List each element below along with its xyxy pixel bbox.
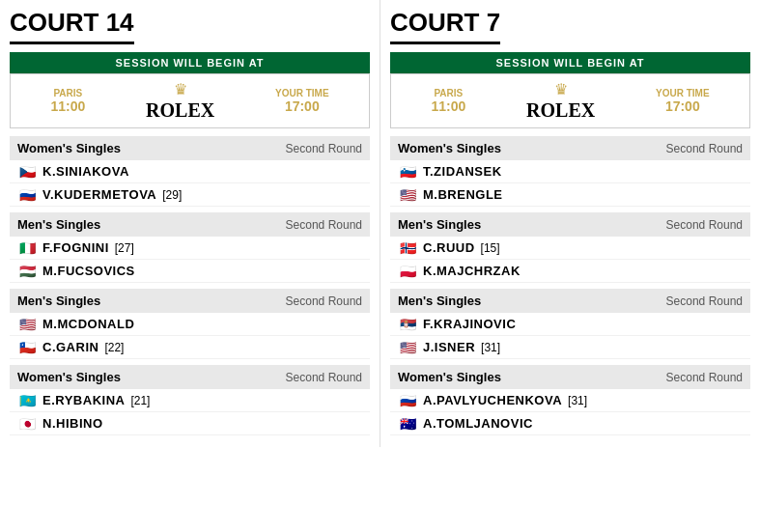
match-group: Men's SinglesSecond Round🇺🇸M.MCDONALD🇨🇱C… [10, 289, 370, 359]
player-name: C.GARIN [42, 340, 99, 354]
rolex-logo: ♛ROLEX [146, 80, 214, 122]
player-row: 🇺🇸J.ISNER[31] [390, 336, 750, 359]
court-14: COURT 14SESSION WILL BEGIN ATPARIS11:00♛… [0, 0, 380, 447]
player-flag: 🇮🇹 [17, 241, 37, 255]
match-group: Women's SinglesSecond Round🇰🇿E.RYBAKINA[… [10, 365, 370, 435]
player-row: 🇦🇺A.TOMLJANOVIC [390, 412, 750, 435]
player-row: 🇵🇱K.MAJCHRZAK [390, 260, 750, 283]
player-flag: 🇷🇺 [398, 394, 417, 407]
player-seed: [31] [481, 341, 500, 354]
category-name: Men's Singles [17, 294, 100, 308]
player-flag: 🇸🇮 [398, 165, 417, 179]
category-name: Women's Singles [17, 141, 121, 155]
player-row: 🇰🇿E.RYBAKINA[21] [10, 389, 370, 412]
player-name: N.HIBINO [42, 416, 103, 431]
category-name: Men's Singles [398, 294, 481, 308]
player-flag: 🇰🇿 [17, 394, 37, 407]
match-group: Men's SinglesSecond Round🇮🇹F.FOGNINI[27]… [10, 212, 370, 283]
player-flag: 🇺🇸 [17, 318, 37, 331]
player-seed: [31] [568, 394, 587, 407]
player-name: F.FOGNINI [42, 240, 109, 255]
rolex-logo: ♛ROLEX [526, 80, 595, 122]
player-name: M.FUCSOVICS [42, 264, 135, 278]
player-flag: 🇨🇿 [17, 165, 37, 179]
player-name: M.MCDONALD [42, 317, 134, 331]
player-name: C.RUUD [423, 240, 475, 255]
player-row: 🇺🇸M.BRENGLE [390, 183, 750, 207]
category-round: Second Round [286, 218, 362, 232]
category-round: Second Round [286, 142, 362, 155]
player-row: 🇷🇺A.PAVLYUCHENKOVA[31] [390, 389, 750, 412]
player-name: A.PAVLYUCHENKOVA [423, 393, 562, 407]
your-time: YOUR TIME17:00 [275, 88, 329, 114]
player-row: 🇨🇱C.GARIN[22] [10, 336, 370, 359]
player-row: 🇮🇹F.FOGNINI[27] [10, 237, 370, 260]
paris-time: PARIS11:00 [50, 88, 85, 114]
player-name: K.SINIAKOVA [42, 164, 129, 179]
player-row: 🇸🇮T.ZIDANSEK [390, 160, 750, 183]
player-row: 🇳🇴C.RUUD[15] [390, 237, 750, 260]
player-flag: 🇺🇸 [398, 188, 417, 202]
player-name: F.KRAJINOVIC [423, 317, 516, 331]
match-group: Men's SinglesSecond Round🇳🇴C.RUUD[15]🇵🇱K… [390, 212, 750, 283]
player-seed: [15] [481, 241, 500, 255]
player-seed: [27] [115, 241, 134, 255]
category-name: Men's Singles [398, 217, 481, 232]
court-title: COURT 7 [390, 8, 500, 44]
player-row: 🇨🇿K.SINIAKOVA [10, 160, 370, 183]
player-flag: 🇯🇵 [17, 417, 37, 431]
category-round: Second Round [666, 142, 743, 155]
match-category: Women's SinglesSecond Round [390, 136, 750, 160]
player-name: M.BRENGLE [423, 187, 503, 202]
match-group: Women's SinglesSecond Round🇸🇮T.ZIDANSEK🇺… [390, 136, 750, 207]
player-flag: 🇭🇺 [17, 265, 37, 278]
player-name: T.ZIDANSEK [423, 164, 502, 179]
category-round: Second Round [286, 371, 362, 384]
match-category: Men's SinglesSecond Round [10, 212, 370, 237]
paris-time: PARIS11:00 [431, 88, 465, 114]
player-name: E.RYBAKINA [42, 393, 125, 407]
player-flag: 🇷🇸 [398, 318, 417, 331]
match-category: Women's SinglesSecond Round [10, 365, 370, 389]
player-row: 🇷🇺V.KUDERMETOVA[29] [10, 183, 370, 207]
match-group: Women's SinglesSecond Round🇨🇿K.SINIAKOVA… [10, 136, 370, 207]
category-name: Women's Singles [398, 141, 501, 155]
player-row: 🇺🇸M.MCDONALD [10, 313, 370, 336]
session-label: SESSION WILL BEGIN AT [390, 52, 750, 73]
court-7: COURT 7SESSION WILL BEGIN ATPARIS11:00♛R… [380, 0, 760, 447]
player-row: 🇭🇺M.FUCSOVICS [10, 260, 370, 283]
player-flag: 🇵🇱 [398, 265, 417, 278]
match-category: Men's SinglesSecond Round [390, 289, 750, 313]
player-name: A.TOMLJANOVIC [423, 416, 533, 431]
category-round: Second Round [666, 294, 743, 308]
player-name: J.ISNER [423, 340, 475, 354]
match-category: Men's SinglesSecond Round [10, 289, 370, 313]
match-group: Men's SinglesSecond Round🇷🇸F.KRAJINOVIC🇺… [390, 289, 750, 359]
player-name: V.KUDERMETOVA [42, 187, 156, 202]
time-box: PARIS11:00♛ROLEXYOUR TIME17:00 [10, 73, 370, 128]
time-box: PARIS11:00♛ROLEXYOUR TIME17:00 [390, 73, 750, 128]
match-group: Women's SinglesSecond Round🇷🇺A.PAVLYUCHE… [390, 365, 750, 435]
player-flag: 🇨🇱 [17, 341, 37, 354]
player-flag: 🇳🇴 [398, 241, 417, 255]
player-seed: [21] [130, 394, 150, 407]
category-name: Women's Singles [17, 370, 121, 384]
player-name: K.MAJCHRZAK [423, 264, 521, 278]
player-flag: 🇺🇸 [398, 341, 417, 354]
player-seed: [29] [162, 188, 182, 202]
player-row: 🇷🇸F.KRAJINOVIC [390, 313, 750, 336]
category-round: Second Round [666, 371, 743, 384]
match-category: Women's SinglesSecond Round [390, 365, 750, 389]
your-time: YOUR TIME17:00 [656, 88, 710, 114]
player-flag: 🇦🇺 [398, 417, 417, 431]
category-round: Second Round [286, 294, 362, 308]
player-flag: 🇷🇺 [17, 188, 37, 202]
main-container: COURT 14SESSION WILL BEGIN ATPARIS11:00♛… [0, 0, 760, 447]
match-category: Men's SinglesSecond Round [390, 212, 750, 237]
match-category: Women's SinglesSecond Round [10, 136, 370, 160]
session-label: SESSION WILL BEGIN AT [10, 52, 370, 73]
category-name: Men's Singles [17, 217, 100, 232]
player-seed: [22] [104, 341, 124, 354]
category-round: Second Round [666, 218, 743, 232]
category-name: Women's Singles [398, 370, 501, 384]
